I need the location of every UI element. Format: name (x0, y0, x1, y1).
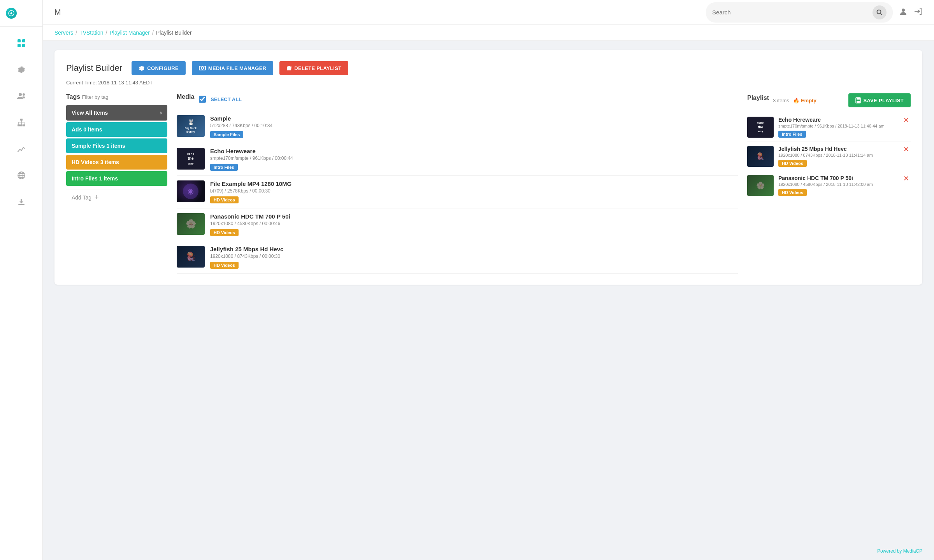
empty-playlist-button[interactable]: 🔥 Empty (793, 98, 816, 103)
logo-icon (6, 8, 17, 19)
select-all-label[interactable]: SELECT ALL (211, 96, 242, 102)
media-meta: 512x288 / 743Kbps / 00:10:34 (210, 123, 738, 128)
media-name: Panasonic HDC TM 700 P 50i (210, 213, 738, 220)
svg-rect-10 (23, 124, 25, 126)
powered-by[interactable]: Powered by MediaCP (877, 548, 922, 554)
media-info: Sample 512x288 / 743Kbps / 00:10:34 Samp… (210, 115, 738, 138)
media-manager-label: MEDIA FILE MANAGER (208, 65, 266, 71)
svg-point-24 (902, 9, 905, 12)
tag-intro-files[interactable]: Intro Files 1 items (66, 171, 167, 186)
media-item: 🐰 Big BuckBunny Sample 512x288 / 743Kbps… (177, 110, 738, 143)
playlist-thumb-jellyfish: 🪼 (747, 146, 774, 167)
builder-header: Playlist Builder CONFIGURE MEDIA FILE MA… (66, 61, 911, 75)
tag-ads[interactable]: Ads 0 items (66, 122, 167, 137)
playlist-tag-badge: HD Videos (778, 160, 807, 167)
breadcrumb-playlist-manager[interactable]: Playlist Manager (110, 30, 150, 36)
breadcrumb-sep-3: / (152, 30, 154, 36)
media-thumb-sample: 🐰 Big BuckBunny (177, 115, 205, 137)
media-tag-badge: HD Videos (210, 196, 239, 203)
playlist-thumb-panasonic: 🌸 (747, 175, 774, 196)
search-button[interactable] (873, 5, 887, 19)
delete-playlist-label: DELETE PLAYLIST (294, 65, 341, 71)
playlist-meta: 1920x1080 / 4580Kbps / 2018-11-13 11:42:… (778, 182, 897, 187)
sidebar-item-hierarchy[interactable] (13, 114, 30, 131)
search-input[interactable] (712, 9, 869, 16)
tag-hd-videos[interactable]: HD Videos 3 items (66, 155, 167, 170)
media-tag-badge: HD Videos (210, 229, 239, 236)
media-meta: bt709) / 2578Kbps / 00:00:30 (210, 188, 738, 194)
sidebar (0, 0, 43, 560)
configure-label: CONFIGURE (147, 65, 179, 71)
media-header: Media SELECT ALL (177, 93, 738, 105)
media-info: Echo Hereweare smpte170m/smpte / 961Kbps… (210, 148, 738, 171)
logout-icon[interactable] (914, 7, 922, 18)
media-name: Echo Hereweare (210, 148, 738, 154)
playlist-name: Jellyfish 25 Mbps Hd Hevc (778, 146, 897, 152)
playlist-tag-badge: HD Videos (778, 189, 807, 196)
playlist-info: Echo Hereweare smpte170m/smpte / 961Kbps… (778, 117, 897, 138)
user-icon[interactable] (899, 7, 908, 18)
select-all-checkbox[interactable] (199, 96, 206, 103)
playlist-item: echotheway Echo Hereweare smpte170m/smpt… (747, 113, 911, 142)
svg-rect-30 (857, 98, 860, 100)
media-info: Panasonic HDC TM 700 P 50i 1920x1080 / 4… (210, 213, 738, 236)
playlist-item: 🌸 Panasonic HDC TM 700 P 50i 1920x1080 /… (747, 171, 911, 200)
playlist-info: Jellyfish 25 Mbps Hd Hevc 1920x1080 / 87… (778, 146, 897, 167)
sidebar-nav (13, 27, 30, 560)
media-meta: 1920x1080 / 8743Kbps / 00:00:30 (210, 254, 738, 259)
delete-playlist-button[interactable]: DELETE PLAYLIST (279, 61, 348, 75)
playlist-header: Playlist 3 items 🔥 Empty (747, 93, 911, 107)
svg-rect-21 (18, 204, 25, 205)
remove-playlist-item-button[interactable]: ✕ (902, 117, 911, 124)
logo-area (0, 0, 42, 27)
playlist-item: 🪼 Jellyfish 25 Mbps Hd Hevc 1920x1080 / … (747, 142, 911, 171)
logo (6, 7, 37, 19)
playlist-thumb-echo: echotheway (747, 117, 774, 138)
remove-playlist-item-button[interactable]: ✕ (902, 146, 911, 153)
current-time: Current Time: 2018-11-13 11:43 AEDT (66, 80, 911, 86)
configure-button[interactable]: CONFIGURE (132, 61, 186, 75)
playlist-title: Playlist (747, 94, 769, 102)
topbar: M (43, 0, 934, 25)
svg-point-5 (19, 93, 22, 96)
save-playlist-button[interactable]: SAVE PLAYLIST (848, 93, 911, 107)
svg-rect-1 (18, 39, 21, 42)
media-item: 🌸 Panasonic HDC TM 700 P 50i 1920x1080 /… (177, 208, 738, 241)
topbar-letter: M (54, 8, 61, 17)
media-thumb-jellyfish: 🪼 (177, 246, 205, 268)
builder-card: Playlist Builder CONFIGURE MEDIA FILE MA… (54, 50, 922, 285)
breadcrumb-sep-2: / (106, 30, 107, 36)
sidebar-item-users[interactable] (13, 88, 30, 105)
add-tag[interactable]: Add Tag + (66, 189, 167, 205)
svg-rect-3 (18, 44, 21, 47)
tag-view-all[interactable]: View All Items › (66, 105, 167, 121)
media-manager-button[interactable]: MEDIA FILE MANAGER (192, 61, 273, 75)
svg-point-6 (23, 93, 25, 96)
breadcrumb-current: Playlist Builder (156, 30, 192, 36)
media-tag-badge: Intro Files (210, 164, 238, 171)
svg-rect-31 (857, 101, 860, 103)
breadcrumb-servers[interactable]: Servers (54, 30, 73, 36)
breadcrumb-tvstation[interactable]: TVStation (79, 30, 103, 36)
sidebar-item-globe[interactable] (13, 167, 30, 184)
playlist-meta: smpte170m/smpte / 961Kbps / 2018-11-13 1… (778, 124, 897, 128)
tag-sample-files[interactable]: Sample Files 1 items (66, 138, 167, 153)
media-name: Sample (210, 115, 738, 122)
svg-rect-2 (22, 39, 25, 42)
media-meta: 1920x1080 / 4580Kbps / 00:00:46 (210, 221, 738, 226)
page-title: Playlist Builder (66, 63, 122, 73)
sidebar-item-dashboard[interactable] (13, 35, 30, 52)
footer: Powered by MediaCP (43, 542, 934, 560)
sidebar-item-analytics[interactable] (13, 140, 30, 158)
sidebar-item-settings[interactable] (13, 61, 30, 78)
media-name: Jellyfish 25 Mbps Hd Hevc (210, 246, 738, 252)
add-tag-icon: + (95, 193, 99, 201)
sidebar-item-download[interactable] (13, 193, 30, 210)
breadcrumb-sep-1: / (75, 30, 77, 36)
search-container (706, 2, 893, 23)
tags-subtitle: Filter by tag (82, 94, 109, 100)
media-item: ◉ File Example MP4 1280 10MG bt709) / 25… (177, 176, 738, 208)
remove-playlist-item-button[interactable]: ✕ (902, 175, 911, 182)
three-col-layout: Tags Filter by tag View All Items › Ads … (66, 93, 911, 274)
tags-title: Tags Filter by tag (66, 93, 167, 100)
